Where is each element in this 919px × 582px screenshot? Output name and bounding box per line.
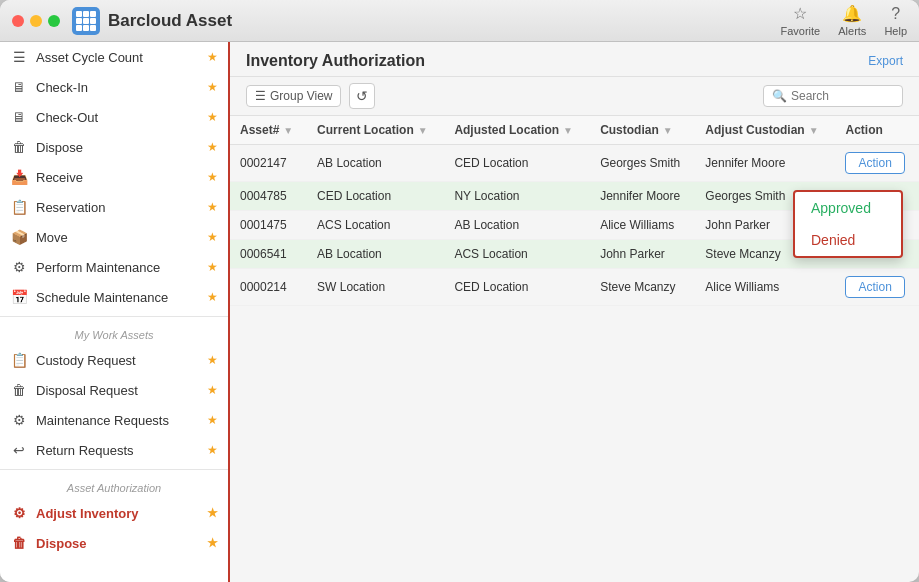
star-icon[interactable]: ★ [207,443,218,457]
cell-current-location: AB Location [307,240,444,269]
sidebar-item-perform-maintenance[interactable]: ⚙ Perform Maintenance ★ [0,252,228,282]
approved-option[interactable]: Approved [795,192,901,224]
sidebar-item-disposal-request[interactable]: 🗑 Disposal Request ★ [0,375,228,405]
cell-custodian: John Parker [590,240,695,269]
sidebar-item-asset-cycle-count[interactable]: ☰ Asset Cycle Count ★ [0,42,228,72]
action-button[interactable]: Action [845,276,904,298]
filter-icon: ▼ [283,125,293,136]
alerts-button[interactable]: 🔔 Alerts [838,4,866,37]
export-button[interactable]: Export [868,54,903,68]
sidebar-item-return-requests[interactable]: ↩ Return Requests ★ [0,435,228,465]
app-title: Barcloud Asset [108,11,781,31]
refresh-button[interactable]: ↺ [349,83,375,109]
action-dropdown: Approved Denied [793,190,903,258]
alerts-label: Alerts [838,25,866,37]
sidebar-divider-2 [0,469,228,470]
sidebar-label: Disposal Request [36,383,199,398]
sidebar-label: Adjust Inventory [36,506,199,521]
cell-current-location: CED Location [307,182,444,211]
maximize-button[interactable] [48,15,60,27]
star-icon[interactable]: ★ [207,536,218,550]
receive-icon: 📥 [10,168,28,186]
col-current-location: Current Location ▼ [307,116,444,145]
favorite-button[interactable]: ☆ Favorite [781,4,821,37]
star-icon[interactable]: ★ [207,200,218,214]
star-icon[interactable]: ★ [207,353,218,367]
sidebar-label: Custody Request [36,353,199,368]
cell-custodian: Jennifer Moore [590,182,695,211]
cell-current-location: AB Location [307,145,444,182]
perform-maintenance-icon: ⚙ [10,258,28,276]
cell-asset: 0001475 [230,211,307,240]
sidebar-item-reservation[interactable]: 📋 Reservation ★ [0,192,228,222]
sidebar-item-adjust-inventory[interactable]: ⚙ Adjust Inventory ★ [0,498,228,528]
sidebar-item-maintenance-requests[interactable]: ⚙ Maintenance Requests ★ [0,405,228,435]
cell-adjusted-location: ACS Location [444,240,590,269]
star-icon[interactable]: ★ [207,50,218,64]
reservation-icon: 📋 [10,198,28,216]
star-icon[interactable]: ★ [207,110,218,124]
star-icon[interactable]: ★ [207,260,218,274]
sidebar: ☰ Asset Cycle Count ★ 🖥 Check-In ★ 🖥 Che… [0,42,230,582]
move-icon: 📦 [10,228,28,246]
denied-option[interactable]: Denied [795,224,901,256]
col-action: Action [835,116,919,145]
sidebar-item-dispose-auth[interactable]: 🗑 Dispose ★ [0,528,228,558]
sidebar-item-move[interactable]: 📦 Move ★ [0,222,228,252]
cell-custodian: Steve Mcanzy [590,269,695,306]
star-icon[interactable]: ★ [207,506,218,520]
star-icon[interactable]: ★ [207,290,218,304]
sidebar-item-receive[interactable]: 📥 Receive ★ [0,162,228,192]
star-icon[interactable]: ★ [207,140,218,154]
search-input[interactable] [791,89,894,103]
col-adjusted-location: Adjusted Location ▼ [444,116,590,145]
help-label: Help [884,25,907,37]
sidebar-label: Dispose [36,140,199,155]
close-button[interactable] [12,15,24,27]
custody-request-icon: 📋 [10,351,28,369]
action-button[interactable]: Action [845,152,904,174]
sidebar-item-schedule-maintenance[interactable]: 📅 Schedule Maintenance ★ [0,282,228,312]
sidebar-item-check-out[interactable]: 🖥 Check-Out ★ [0,102,228,132]
cell-current-location: SW Location [307,269,444,306]
bell-icon: 🔔 [842,4,862,23]
filter-icon: ▼ [663,125,673,136]
star-icon[interactable]: ★ [207,383,218,397]
sidebar-item-custody-request[interactable]: 📋 Custody Request ★ [0,345,228,375]
col-asset: Asset# ▼ [230,116,307,145]
cell-adjusted-location: CED Location [444,145,590,182]
dispose-icon: 🗑 [10,138,28,156]
group-view-button[interactable]: ☰ Group View [246,85,341,107]
group-view-label: Group View [270,89,332,103]
star-icon[interactable]: ★ [207,413,218,427]
minimize-button[interactable] [30,15,42,27]
asset-cycle-count-icon: ☰ [10,48,28,66]
star-icon[interactable]: ★ [207,170,218,184]
sidebar-item-check-in[interactable]: 🖥 Check-In ★ [0,72,228,102]
filter-icon: ▼ [563,125,573,136]
star-icon[interactable]: ★ [207,80,218,94]
col-custodian: Custodian ▼ [590,116,695,145]
check-out-icon: 🖥 [10,108,28,126]
my-work-assets-section-label: My Work Assets [0,321,228,345]
search-container: 🔍 [763,85,903,107]
cell-custodian: Alice Williams [590,211,695,240]
app-icon [72,7,100,35]
body: ☰ Asset Cycle Count ★ 🖥 Check-In ★ 🖥 Che… [0,42,919,582]
sidebar-item-dispose[interactable]: 🗑 Dispose ★ [0,132,228,162]
cell-asset: 0006541 [230,240,307,269]
page-title: Inventory Authorization [246,52,425,70]
sidebar-label: Maintenance Requests [36,413,199,428]
main-window: Barcloud Asset ☆ Favorite 🔔 Alerts ? Hel… [0,0,919,582]
check-in-icon: 🖥 [10,78,28,96]
return-requests-icon: ↩ [10,441,28,459]
table-row: 0000214SW LocationCED LocationSteve Mcan… [230,269,919,306]
cell-adjust-custodian: Alice Williams [695,269,835,306]
sidebar-label: Asset Cycle Count [36,50,199,65]
help-button[interactable]: ? Help [884,5,907,37]
sidebar-label: Check-Out [36,110,199,125]
cell-custodian: Georges Smith [590,145,695,182]
cell-asset: 0000214 [230,269,307,306]
star-icon[interactable]: ★ [207,230,218,244]
favorite-label: Favorite [781,25,821,37]
